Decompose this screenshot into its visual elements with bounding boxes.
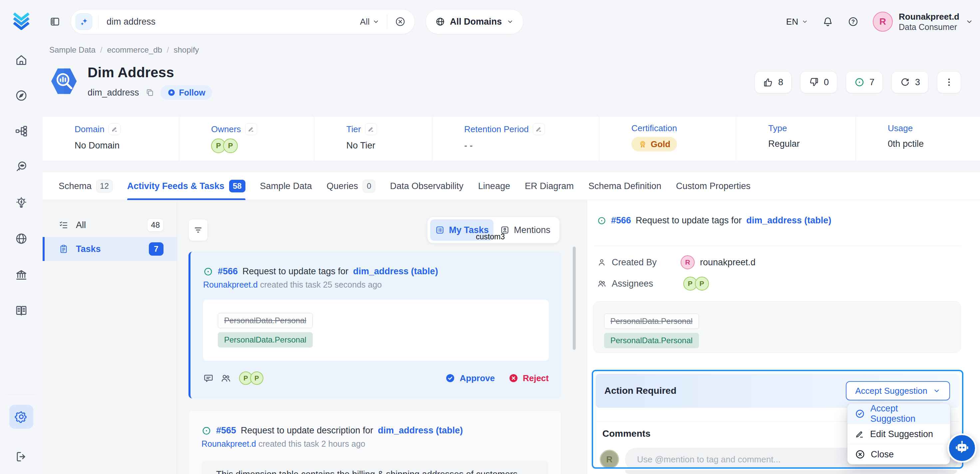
assignees-people-icon[interactable] <box>220 373 231 383</box>
removed-tag-pill: PersonalData.Personal <box>604 313 699 329</box>
breadcrumb-item-schema[interactable]: shopify <box>174 45 199 55</box>
owner-avatars[interactable]: P P <box>211 138 314 153</box>
accept-suggestion-button-label: Accept Suggestion <box>855 386 928 396</box>
meta-type-value: Regular <box>768 139 856 149</box>
menu-item-edit-suggestion[interactable]: Edit Suggestion <box>848 424 950 444</box>
ai-sparkle-icon[interactable] <box>76 13 92 30</box>
notifications-bell-icon[interactable] <box>822 16 834 27</box>
custom3-tooltip: custom3 <box>476 232 505 241</box>
edit-owners-icon[interactable] <box>245 123 257 135</box>
checklist-icon <box>59 220 68 230</box>
downvote-button[interactable]: 0 <box>800 71 837 93</box>
user-menu[interactable]: R Rounakpreet.d Data Consumer <box>873 11 973 32</box>
user-avatar-initial: R <box>880 16 886 27</box>
edit-domain-icon[interactable] <box>108 123 121 135</box>
search-input[interactable] <box>100 17 360 27</box>
tab-queries[interactable]: Queries0 <box>327 172 375 200</box>
breadcrumb-item-database[interactable]: ecommerce_db <box>107 45 162 55</box>
added-tag-pill: PersonalData.Personal <box>604 333 699 348</box>
filter-all-item[interactable]: All 48 <box>43 213 177 237</box>
accept-suggestion-dropdown-button[interactable]: Accept Suggestion <box>846 381 950 401</box>
table-asset-icon <box>48 65 80 97</box>
comment-bubble-icon[interactable] <box>203 373 214 383</box>
certification-badge: Gold <box>632 137 677 151</box>
more-actions-button[interactable] <box>937 71 961 93</box>
downvote-count: 0 <box>824 77 829 87</box>
task-id[interactable]: #565 <box>216 425 236 436</box>
tab-schema-definition[interactable]: Schema Definition <box>589 172 661 200</box>
task-author-link[interactable]: Rounakpreet.d <box>203 280 258 289</box>
menu-item-close[interactable]: Close <box>848 444 950 464</box>
all-domains-button[interactable]: All Domains <box>426 9 523 34</box>
global-search-bar[interactable]: All <box>71 9 415 34</box>
meta-retention: Retention Period - - <box>432 116 599 161</box>
tab-lineage[interactable]: Lineage <box>478 172 510 200</box>
creator-name[interactable]: rounakpreet.d <box>700 257 756 268</box>
task-author-link[interactable]: Rounakpreet.d <box>202 439 256 449</box>
task-id[interactable]: #566 <box>218 266 238 277</box>
reject-label: Reject <box>523 373 549 383</box>
home-icon[interactable] <box>15 53 28 67</box>
check-circle-icon <box>855 409 865 419</box>
breadcrumb-item-connection[interactable]: Sample Data <box>49 45 95 55</box>
search-clear-icon[interactable] <box>395 16 406 27</box>
governance-bank-icon[interactable] <box>15 268 28 282</box>
lineage-sitemap-icon[interactable] <box>15 124 28 138</box>
clipboard-icon <box>59 244 68 254</box>
language-selector[interactable]: EN <box>786 17 808 27</box>
task-status-icon <box>202 426 212 436</box>
user-name: Rounakpreet.d <box>899 11 959 22</box>
refresh-button[interactable]: 3 <box>891 71 928 93</box>
detail-assignee-avatars: P P <box>683 277 709 291</box>
app-logo-icon[interactable] <box>12 11 31 30</box>
follow-button[interactable]: Follow <box>161 85 212 100</box>
task-entity-link[interactable]: dim_address (table) <box>378 425 463 436</box>
globe-icon <box>435 17 445 27</box>
tab-data-observability[interactable]: Data Observability <box>390 172 463 200</box>
created-by-row: Created By R rounakpreet.d <box>597 255 756 269</box>
task-entity-link[interactable]: dim_address (table) <box>353 266 438 277</box>
app-screen: All All Domains EN ? R <box>0 0 980 474</box>
issues-button[interactable]: 7 <box>846 71 883 93</box>
meta-tier-value[interactable]: No Tier <box>346 140 432 151</box>
help-icon[interactable]: ? <box>848 16 859 27</box>
discover-search-eye-icon[interactable] <box>15 160 28 173</box>
topbar-right-cluster: EN ? R Rounakpreet.d Data Consumer <box>786 11 973 32</box>
detail-entity-link[interactable]: dim_address (table) <box>746 215 831 226</box>
approve-button[interactable]: Approve <box>445 373 495 383</box>
insights-bulb-icon[interactable] <box>15 196 28 210</box>
settings-gear-button[interactable] <box>10 405 33 429</box>
tab-sample-data[interactable]: Sample Data <box>260 172 312 200</box>
tab-er-diagram[interactable]: ER Diagram <box>525 172 574 200</box>
sidebar-toggle-icon[interactable] <box>49 16 60 27</box>
feed-filter-panel: All 48 Tasks 7 <box>43 200 177 474</box>
language-label: EN <box>786 17 798 27</box>
compass-icon[interactable] <box>15 89 28 102</box>
logout-icon[interactable] <box>15 450 28 463</box>
glossary-book-icon[interactable] <box>15 304 28 317</box>
task-detail-panel: #566 Request to update tags for dim_addr… <box>587 200 980 474</box>
chatbot-button[interactable] <box>947 433 977 463</box>
feed-filter-button[interactable] <box>188 219 208 241</box>
upvote-button[interactable]: 8 <box>754 71 792 93</box>
meta-domain-value[interactable]: No Domain <box>75 140 179 151</box>
edit-retention-icon[interactable] <box>533 123 545 135</box>
task-assignee-avatars: P P <box>239 371 263 385</box>
task-card-565[interactable]: #565 Request to update description for d… <box>188 410 562 474</box>
globe-icon[interactable] <box>15 232 28 245</box>
edit-tier-icon[interactable] <box>365 123 377 135</box>
menu-item-accept-suggestion[interactable]: Accept Suggestion <box>848 403 950 424</box>
copy-icon[interactable] <box>145 88 154 97</box>
filter-lines-icon <box>193 225 203 235</box>
tab-activity-feeds-tasks[interactable]: Activity Feeds & Tasks58 <box>127 172 245 200</box>
assignees-label: Assignees <box>612 278 653 289</box>
feed-scrollbar[interactable] <box>573 247 576 350</box>
filter-tasks-item[interactable]: Tasks 7 <box>43 237 177 261</box>
task-card-566[interactable]: #566 Request to update tags for dim_addr… <box>188 252 562 398</box>
tab-schema[interactable]: Schema12 <box>59 172 113 200</box>
reject-button[interactable]: Reject <box>508 373 549 383</box>
tab-custom-properties[interactable]: Custom Properties <box>676 172 751 200</box>
task-status-icon <box>597 216 606 225</box>
detail-task-id[interactable]: #566 <box>611 215 631 226</box>
search-scope-dropdown[interactable]: All <box>360 17 380 27</box>
